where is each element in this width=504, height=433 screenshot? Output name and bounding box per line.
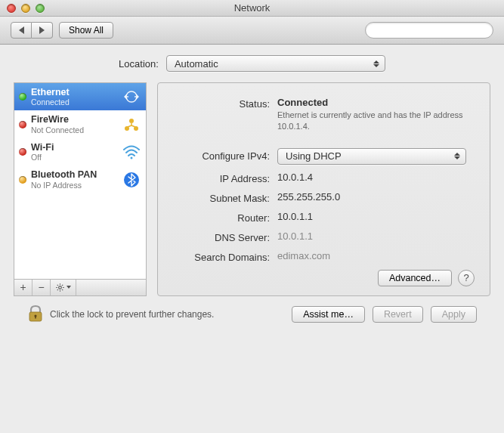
sidebar-item-status: Off (31, 153, 117, 162)
svg-line-15 (57, 284, 58, 285)
svg-rect-21 (35, 316, 36, 319)
show-all-button[interactable]: Show All (59, 22, 113, 39)
chevron-left-icon (19, 26, 24, 34)
assist-me-button[interactable]: Assist me… (292, 306, 365, 323)
dns-server-value: 10.0.1.1 (277, 230, 475, 242)
chevron-right-icon (39, 26, 45, 34)
bottom-bar: Click the lock to prevent further change… (14, 296, 490, 326)
sidebar-item-label: FireWire (31, 114, 117, 125)
svg-line-16 (62, 289, 63, 290)
back-button[interactable] (11, 22, 32, 39)
updown-icon (452, 150, 462, 162)
status-dot-icon (19, 121, 26, 128)
detail-panel: Status: Connected Ethernet is currently … (157, 82, 490, 296)
interface-list: Ethernet Connected FireWire Not Connecte… (14, 82, 147, 279)
lock-text: Click the lock to prevent further change… (50, 309, 214, 320)
sidebar-item-status: Not Connected (31, 125, 117, 135)
gear-icon (55, 283, 65, 292)
ethernet-icon (122, 87, 141, 107)
status-value: Connected (277, 97, 475, 108)
status-dot-icon (19, 176, 26, 184)
status-description: Ethernet is currently active and has the… (277, 110, 475, 132)
toolbar: Show All (0, 17, 504, 45)
interface-list-toolbar: + − (14, 279, 147, 296)
advanced-button[interactable]: Advanced… (378, 270, 452, 286)
router-value: 10.0.1.1 (277, 211, 475, 222)
ip-address-label: IP Address: (173, 172, 277, 184)
sidebar-item-label: Wi-Fi (31, 142, 117, 153)
nav-segment (11, 22, 53, 39)
svg-line-18 (62, 284, 63, 285)
action-menu-button[interactable] (51, 280, 76, 295)
status-dot-icon (19, 148, 26, 156)
search-input[interactable] (375, 25, 488, 36)
status-dot-icon (19, 93, 26, 101)
titlebar: Network (0, 0, 504, 17)
updown-icon (371, 57, 382, 70)
apply-button[interactable]: Apply (431, 306, 477, 323)
chevron-down-icon (66, 286, 71, 289)
help-button[interactable]: ? (458, 270, 475, 286)
search-domains-label: Search Domains: (173, 250, 277, 263)
configure-ipv4-label: Configure IPv4: (173, 150, 277, 162)
forward-button[interactable] (32, 22, 53, 39)
revert-button[interactable]: Revert (373, 306, 423, 323)
location-label: Location: (119, 58, 159, 70)
remove-interface-button[interactable]: − (32, 280, 51, 295)
sidebar-item-firewire[interactable]: FireWire Not Connected (14, 110, 146, 138)
wifi-icon (122, 142, 141, 162)
ip-address-value: 10.0.1.4 (277, 172, 475, 183)
configure-ipv4-select[interactable]: Using DHCP (277, 148, 466, 165)
location-value: Automatic (175, 58, 218, 70)
dns-server-label: DNS Server: (173, 230, 277, 243)
search-field[interactable] (365, 22, 493, 39)
subnet-mask-value: 255.255.255.0 (277, 191, 475, 203)
svg-point-8 (131, 157, 133, 159)
configure-ipv4-value: Using DHCP (286, 150, 342, 162)
router-label: Router: (173, 211, 277, 224)
location-row: Location: Automatic (14, 55, 490, 72)
sidebar-item-status: Connected (31, 97, 117, 107)
sidebar-item-status: No IP Address (31, 181, 117, 190)
window-title: Network (0, 2, 504, 14)
search-domains-value: edimax.com (277, 250, 475, 261)
svg-line-17 (57, 289, 58, 290)
sidebar-item-wifi[interactable]: Wi-Fi Off (14, 138, 146, 165)
add-interface-button[interactable]: + (14, 280, 32, 295)
svg-point-5 (129, 119, 134, 123)
interfaces-sidebar: Ethernet Connected FireWire Not Connecte… (14, 82, 147, 296)
location-select[interactable]: Automatic (166, 55, 385, 72)
firewire-icon (122, 115, 141, 135)
bluetooth-icon (122, 170, 141, 190)
status-label: Status: (173, 97, 277, 110)
sidebar-item-bluetooth[interactable]: Bluetooth PAN No IP Address (14, 165, 146, 193)
subnet-mask-label: Subnet Mask: (173, 191, 277, 204)
svg-point-10 (59, 286, 62, 289)
sidebar-item-label: Ethernet (31, 87, 117, 97)
sidebar-item-label: Bluetooth PAN (31, 169, 117, 180)
lock-icon[interactable] (27, 304, 44, 326)
sidebar-item-ethernet[interactable]: Ethernet Connected (14, 83, 146, 110)
